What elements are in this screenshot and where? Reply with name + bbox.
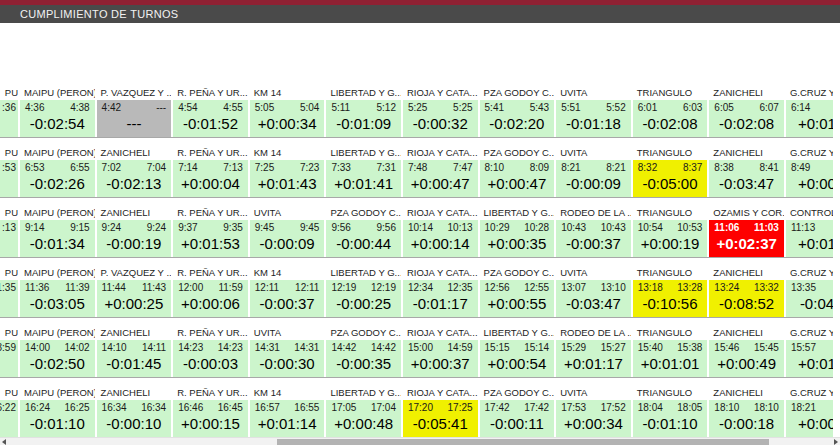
shift-cell[interactable]: 18:0418:05-0:01:10 [633,400,708,437]
scroll-left-icon[interactable] [2,439,6,445]
station-header-row: PUMAIPU (PERON)ZANICHELIR. PEÑA Y UR...U… [0,325,833,340]
time-scheduled: 14:23 [178,342,203,353]
shift-cell[interactable]: 18:1018:10-0:00:18 [709,400,784,437]
shift-cell[interactable]: 5:515:52-0:01:18 [556,100,631,137]
horizontal-scrollbar[interactable] [0,437,840,445]
delay-value: -0:03:05 [20,295,95,313]
shift-cell[interactable]: 9:569:56-0:00:44 [326,220,401,257]
shift-cell[interactable]: 13:1813:28-0:10:56 [633,280,708,317]
shift-cell[interactable]: 9:149:15-0:01:34 [20,220,95,257]
shift-cell[interactable]: 12:5612:55+0:00:55 [480,280,555,317]
shift-cell[interactable]: 11:13+0:01:5 [786,220,833,257]
shift-cell[interactable]: 15:4615:45+0:00:49 [709,340,784,377]
shift-cell[interactable]: 11:4411:43+0:00:25 [97,280,172,317]
shift-cell-partial[interactable]: 1:35 [0,280,18,317]
shift-cell[interactable]: 16:2416:25-0:01:10 [20,400,95,437]
shift-cell[interactable]: 15:4015:38+0:01:01 [633,340,708,377]
shift-cell-partial[interactable]: :36 [0,100,18,137]
shift-cell[interactable]: 9:249:24-0:00:19 [97,220,172,257]
time-scheduled: 7:33 [331,162,350,173]
shift-cell[interactable]: 6:536:55-0:02:26 [20,160,95,197]
shift-cell-partial[interactable]: 6:22 [0,400,18,437]
station-header: UVITA [556,87,631,98]
shift-cell[interactable]: 14:3114:31-0:00:30 [250,340,325,377]
shift-cell[interactable]: 14:1014:11-0:01:45 [97,340,172,377]
cell-times: 17:5317:52 [556,402,631,413]
shift-cell[interactable]: 10:4310:43-0:00:37 [556,220,631,257]
shift-cell[interactable]: 4:544:55-0:01:52 [173,100,248,137]
shift-cell[interactable]: 10:1410:13+0:00:14 [403,220,478,257]
shift-cell-partial[interactable]: 3:59 [0,340,18,377]
delay-value: -0:00:03 [173,355,248,373]
shift-cell[interactable]: 11:3611:39-0:03:05 [20,280,95,317]
shift-cell[interactable]: 5:055:04+0:00:34 [250,100,325,137]
shift-cell[interactable]: 12:1912:19-0:00:25 [326,280,401,317]
delay-value: +0:01:41 [326,175,401,193]
shift-cell[interactable]: 6:016:03-0:02:08 [633,100,708,137]
shift-cell[interactable]: 12:3412:35-0:01:17 [403,280,478,317]
delay-value: --- [97,115,172,133]
station-header: MAIPU (PERON) [20,387,95,398]
time-scheduled: 5:41 [485,102,504,113]
shift-cell[interactable]: 14:2314:23-0:00:03 [173,340,248,377]
shift-cell[interactable]: 7:027:04-0:02:13 [97,160,172,197]
shift-cell[interactable]: 10:2910:28+0:00:35 [480,220,555,257]
shift-cell[interactable]: 5:115:12-0:01:09 [326,100,401,137]
shift-cell[interactable]: 7:337:31+0:01:41 [326,160,401,197]
shift-cell[interactable]: 13:35-0:04:2 [786,280,833,317]
shift-cell[interactable]: 8:49+0:00:2 [786,160,833,197]
time-scheduled: 8:32 [638,162,657,173]
scroll-right-icon[interactable] [834,439,838,445]
shift-cell[interactable]: 10:5410:53+0:00:19 [633,220,708,257]
delay-value: -0:02:54 [20,115,95,133]
delay-value: +0:00:14 [403,235,478,253]
shift-cell[interactable]: 17:4217:42-0:00:11 [480,400,555,437]
shift-cell[interactable]: 16:4616:45+0:00:15 [173,400,248,437]
shift-cell[interactable]: 7:257:23+0:01:43 [250,160,325,197]
shift-cell[interactable]: 17:0517:04+0:00:48 [326,400,401,437]
shift-cell[interactable]: 18:21+0:00:4 [786,400,833,437]
cell-times: 4:42--- [97,102,172,113]
shift-cell[interactable]: 9:379:35+0:01:53 [173,220,248,257]
cell-times: 8:108:09 [480,162,555,173]
cell-times: 10:1410:13 [403,222,478,233]
shift-cell[interactable]: 8:218:21-0:00:09 [556,160,631,197]
shift-cell[interactable]: 17:2017:25-0:05:41 [403,400,478,437]
shift-cell[interactable]: 4:364:38-0:02:54 [20,100,95,137]
shift-cell[interactable]: 12:1112:11-0:00:37 [250,280,325,317]
shift-cell[interactable]: 17:5317:52+0:00:34 [556,400,631,437]
shift-cell[interactable]: 8:388:41-0:03:47 [709,160,784,197]
shift-cell[interactable]: 14:0014:02-0:02:50 [20,340,95,377]
shift-cell[interactable]: 11:0611:03+0:02:37 [709,220,784,257]
shift-cell[interactable]: 8:108:09+0:00:47 [480,160,555,197]
shift-cell-partial[interactable]: :13 [0,220,18,257]
shift-cell[interactable]: 5:255:25-0:00:32 [403,100,478,137]
shift-cell[interactable]: 15:0014:59+0:00:37 [403,340,478,377]
shift-cell[interactable]: 8:328:37-0:05:00 [633,160,708,197]
station-header: R. PEÑA Y UR... [173,267,248,278]
shift-cell[interactable]: 14:4214:42-0:00:35 [326,340,401,377]
shift-cell[interactable]: 15:57+0:01:0 [786,340,833,377]
delay-value: -0:00:44 [326,235,401,253]
shift-cell[interactable]: 16:3416:34-0:00:10 [97,400,172,437]
shift-cell[interactable]: 16:5716:55+0:01:14 [250,400,325,437]
shift-cell[interactable]: 6:14+0:01:3 [786,100,833,137]
shift-cell[interactable]: 4:42------ [97,100,172,137]
time-actual: 5:25 [453,102,472,113]
time-scheduled: 5:11 [331,102,350,113]
time-scheduled: 13:35 [791,282,816,293]
shift-cell-partial[interactable]: :53 [0,160,18,197]
shift-cell[interactable]: 7:487:47+0:00:47 [403,160,478,197]
shift-cell[interactable]: 6:056:07-0:02:08 [709,100,784,137]
shift-cell[interactable]: 9:459:45-0:00:09 [250,220,325,257]
shift-cell[interactable]: 13:0713:10-0:03:47 [556,280,631,317]
scrollbar-thumb[interactable] [277,439,769,445]
shift-cell[interactable]: 12:0011:59+0:00:06 [173,280,248,317]
shift-cell[interactable]: 13:2413:32-0:08:52 [709,280,784,317]
cell-times: 15:0014:59 [403,342,478,353]
shift-cell[interactable]: 7:147:13+0:00:04 [173,160,248,197]
shift-cell[interactable]: 15:2915:27+0:01:17 [556,340,631,377]
shift-cell[interactable]: 5:415:43-0:02:20 [480,100,555,137]
shift-cell[interactable]: 15:1515:14+0:00:54 [480,340,555,377]
delay-value: -0:01:45 [97,355,172,373]
